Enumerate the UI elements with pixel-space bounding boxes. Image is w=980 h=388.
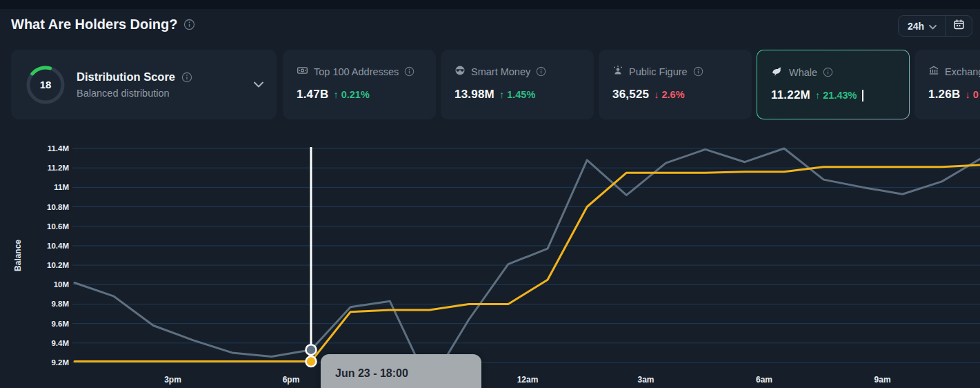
metric-card-smart-money[interactable]: Smart Money 13.98M ↑ 1.45% [441, 50, 594, 119]
metric-change: ↓ 2.6% [654, 89, 684, 100]
distribution-score-card[interactable]: 18 Distribution Score Balanced distribut… [11, 50, 277, 119]
x-axis-tick-label: 6pm [283, 375, 300, 385]
x-axis-tick-label: 9am [874, 375, 891, 385]
metric-label: Smart Money [471, 66, 530, 77]
y-axis-tick-label: 11M [54, 183, 69, 191]
y-axis-tick-label: 9.4M [51, 339, 69, 347]
metric-value: 13.98M [454, 88, 494, 101]
distribution-score-gauge: 18 [26, 66, 65, 104]
chevron-down-icon[interactable] [253, 79, 264, 91]
y-axis-tick-label: 10.8M [47, 203, 69, 211]
whale-icon [771, 66, 783, 79]
info-icon[interactable] [404, 66, 414, 77]
metric-label: Top 100 Addresses [314, 66, 399, 77]
distribution-score-subtitle: Balanced distribution [77, 88, 253, 99]
x-axis-tick-label: 6am [756, 375, 772, 385]
time-range-value: 24h [908, 21, 924, 32]
time-range-dropdown[interactable]: 24h [899, 16, 946, 36]
time-range-control: 24h [898, 15, 972, 37]
chart-tooltip-label: Jun 23 - 18:00 [335, 367, 481, 380]
y-axis-tick-label: 10.4M [47, 242, 69, 250]
metric-value: 11.22M [771, 88, 810, 102]
y-axis-tick-label: 11.4M [48, 144, 69, 153]
page-title-row: What Are Holders Doing? [11, 17, 195, 32]
smart-money-icon [454, 65, 466, 78]
y-axis-tick-label: 10.6M [47, 222, 69, 231]
metric-value: 36,525 [612, 88, 649, 101]
distribution-score-value: 18 [26, 66, 65, 104]
y-axis-tick-label: 9.8M [51, 300, 69, 308]
y-axis-tick-label: 9.2M [51, 358, 69, 367]
metric-change: ↑ 1.45% [499, 89, 535, 100]
info-icon[interactable] [823, 67, 833, 77]
distribution-score-text: Distribution Score Balanced distribution [77, 70, 253, 99]
info-icon[interactable] [693, 66, 703, 77]
calendar-icon [954, 19, 964, 32]
metric-card-top-100-addresses[interactable]: Top 100 Addresses 1.47B ↑ 0.21% [283, 50, 436, 119]
top-strip [0, 0, 980, 9]
page-title: What Are Holders Doing? [11, 17, 177, 32]
chart-line-series-gray [74, 148, 980, 385]
metric-label: Whale [789, 67, 817, 78]
balance-line-chart: 11.4M11.2M11M10.8M10.6M10.4M10.2M10M9.8M… [0, 135, 980, 388]
metric-change: ↑ 21.43% [815, 90, 857, 101]
info-icon[interactable] [181, 72, 192, 83]
distribution-score-title: Distribution Score [77, 70, 175, 84]
chevron-down-icon [929, 20, 937, 32]
y-axis-title: Balance [13, 240, 23, 271]
metric-card-exchange[interactable]: Exchange 1.26B ↓ 0 [914, 50, 980, 119]
chart-line-series-yellow [74, 165, 980, 362]
metric-value: 1.26B [928, 88, 960, 101]
x-axis-tick-label: 12am [517, 375, 539, 385]
text-caret [862, 90, 863, 101]
metric-value: 1.47B [297, 88, 328, 101]
metric-label: Exchange [945, 66, 980, 77]
chart-tooltip: Jun 23 - 18:00 [321, 354, 481, 388]
y-axis-tick-label: 9.6M [51, 320, 69, 328]
metric-card-whale[interactable]: Whale 11.22M ↑ 21.43% [757, 50, 910, 119]
calendar-button[interactable] [946, 16, 972, 36]
title-info-icon[interactable] [183, 19, 195, 30]
y-axis-tick-label: 10M [54, 280, 69, 289]
crosshair-marker-dot [306, 345, 317, 355]
holders-widget: What Are Holders Doing? 24h 18 [0, 0, 980, 388]
crosshair-marker-dot [306, 356, 317, 367]
info-icon[interactable] [536, 66, 546, 77]
x-axis-tick-label: 3pm [164, 375, 181, 385]
y-axis-tick-label: 11.2M [48, 164, 69, 172]
x-axis-tick-label: 3am [638, 375, 654, 385]
metric-label: Public Figure [629, 66, 688, 77]
y-axis-tick-label: 10.2M [47, 261, 69, 269]
metric-change: ↓ 0 [965, 89, 978, 100]
banknote-icon [297, 65, 308, 78]
metric-change: ↑ 0.21% [333, 89, 369, 100]
public-figure-icon [612, 65, 623, 78]
exchange-bank-icon [928, 65, 939, 78]
metric-card-public-figure[interactable]: Public Figure 36,525 ↓ 2.6% [599, 50, 752, 119]
